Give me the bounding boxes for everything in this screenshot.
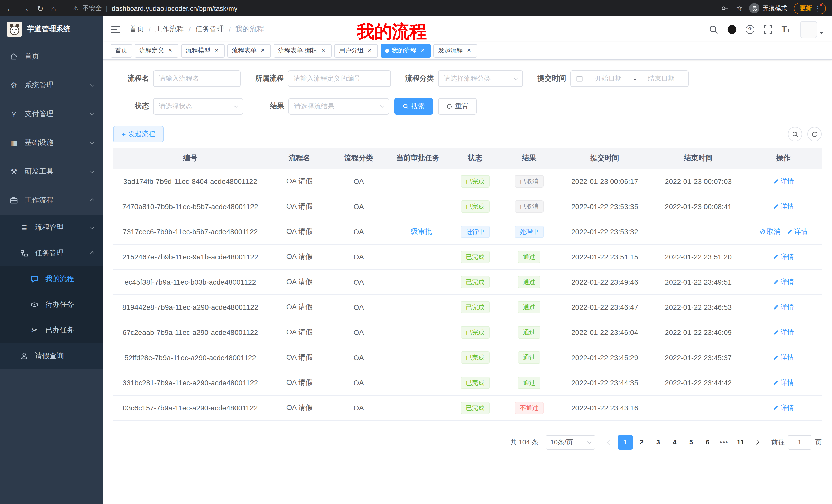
cell-status: 已完成 [450, 345, 500, 370]
browser-forward-icon[interactable]: → [22, 4, 29, 12]
current-task-link[interactable]: 一级审批 [404, 227, 432, 235]
tools-icon: ⚒ [9, 167, 19, 176]
close-icon[interactable]: × [465, 47, 473, 54]
refresh-table-button[interactable] [807, 127, 822, 141]
sidebar-item-infrastructure[interactable]: ▦ 基础设施 [0, 129, 103, 157]
page-number-5[interactable]: 5 [683, 435, 699, 449]
cancel-link[interactable]: 取消 [759, 227, 780, 236]
detail-link[interactable]: 详情 [773, 277, 794, 286]
tab-home[interactable]: 首页 [110, 44, 132, 57]
breadcrumb-task-mgmt[interactable]: 任务管理 [196, 25, 224, 34]
detail-link[interactable]: 详情 [786, 227, 808, 236]
close-icon[interactable]: × [166, 47, 174, 54]
page-number-2[interactable]: 2 [634, 435, 649, 449]
sidebar-item-leave-query[interactable]: 请假查询 [0, 343, 103, 369]
hamburger-icon[interactable] [111, 24, 121, 34]
process-name-input[interactable]: 请输入流程名 [153, 71, 241, 87]
create-process-button[interactable]: + 发起流程 [113, 126, 163, 142]
plus-icon: + [121, 130, 126, 138]
page-number-6[interactable]: 6 [700, 435, 715, 449]
user-menu[interactable] [800, 21, 824, 38]
cell-end-time: 2022-01-23 00:07:03 [651, 169, 745, 194]
sidebar-item-my-process[interactable]: 我的流程 [0, 266, 103, 292]
tab-process-model[interactable]: 流程模型× [181, 44, 225, 57]
status-label: 状态 [113, 102, 153, 111]
sidebar-item-task-mgmt[interactable]: 任务管理 [0, 241, 103, 266]
sidebar-item-home[interactable]: 首页 [0, 42, 103, 71]
security-label[interactable]: 不安全 [82, 4, 102, 12]
page-size-select[interactable]: 10条/页 [546, 435, 595, 449]
next-page-button[interactable] [749, 435, 764, 449]
parent-process-input[interactable]: 请输入流程定义的编号 [288, 71, 391, 87]
result-select[interactable]: 请选择流结果 [288, 98, 389, 115]
github-icon[interactable] [727, 24, 737, 34]
sidebar-item-todo-tasks[interactable]: 待办任务 [0, 292, 103, 317]
password-key-icon[interactable] [721, 4, 729, 12]
tab-user-group[interactable]: 用户分组× [334, 44, 378, 57]
detail-link[interactable]: 详情 [773, 176, 794, 186]
tab-process-form-edit[interactable]: 流程表单-编辑× [274, 44, 332, 57]
pager-more[interactable]: ••• [716, 435, 732, 449]
sidebar-item-done-tasks[interactable]: ✂ 已办任务 [0, 317, 103, 343]
close-icon[interactable]: × [419, 47, 426, 54]
breadcrumb-home[interactable]: 首页 [130, 25, 144, 34]
browser-update-button[interactable]: 更新 ⋮ [794, 2, 826, 14]
close-icon[interactable]: × [213, 47, 220, 54]
sidebar-item-dev-tools[interactable]: ⚒ 研发工具 [0, 157, 103, 186]
tab-start-process[interactable]: 发起流程× [434, 44, 477, 57]
help-icon[interactable]: ? [746, 25, 754, 34]
toggle-search-button[interactable] [788, 127, 802, 141]
sidebar-item-workflow[interactable]: 工作流程 [0, 186, 103, 215]
tab-process-form[interactable]: 流程表单× [227, 44, 271, 57]
reset-button[interactable]: 重置 [438, 98, 477, 115]
sidebar-item-process-mgmt[interactable]: ≣ 流程管理 [0, 215, 103, 241]
page-number-11[interactable]: 11 [733, 435, 748, 449]
close-icon[interactable]: × [320, 47, 327, 54]
tab-process-definition[interactable]: 流程定义× [135, 44, 178, 57]
detail-link[interactable]: 详情 [773, 252, 794, 261]
chevron-right-icon [754, 440, 759, 445]
goto-page-input[interactable]: 1 [788, 435, 811, 449]
detail-link[interactable]: 详情 [773, 302, 794, 312]
app-logo[interactable]: 芋道管理系统 [0, 17, 103, 42]
sidebar-item-system[interactable]: ⚙ 系统管理 [0, 71, 103, 100]
font-size-icon[interactable]: TT [782, 25, 790, 34]
detail-link[interactable]: 详情 [773, 378, 794, 387]
start-date-placeholder: 开始日期 [587, 74, 630, 83]
table-row: 331bc281-7b9a-11ec-a290-acde48001122 OA … [113, 370, 822, 395]
submit-time-range-picker[interactable]: 开始日期 - 结束日期 [570, 71, 688, 87]
browser-reload-icon[interactable]: ↻ [37, 4, 44, 12]
avatar[interactable] [800, 21, 817, 38]
page-number-1[interactable]: 1 [618, 435, 633, 449]
list-icon: ≣ [20, 223, 29, 232]
cell-id: 331bc281-7b9a-11ec-a290-acde48001122 [113, 370, 267, 395]
url-text[interactable]: dashboard.yudao.iocoder.cn/bpm/task/my [112, 4, 238, 12]
incognito-badge[interactable]: 无痕模式 [749, 3, 787, 13]
cell-actions: 详情 [745, 395, 822, 420]
prev-page-button[interactable] [602, 435, 617, 449]
browser-home-icon[interactable]: ⌂ [51, 4, 56, 12]
cell-name: OA 请假 [267, 395, 332, 420]
address-bar[interactable]: ⚠ 不安全 | dashboard.yudao.iocoder.cn/bpm/t… [73, 4, 237, 12]
browser-back-icon[interactable]: ← [6, 4, 14, 12]
page-number-4[interactable]: 4 [667, 435, 682, 449]
close-icon[interactable]: × [259, 47, 266, 54]
close-icon[interactable]: × [366, 47, 373, 54]
sidebar-item-payment[interactable]: ¥ 支付管理 [0, 100, 103, 129]
detail-link[interactable]: 详情 [773, 403, 794, 412]
chevron-down-icon [380, 104, 384, 108]
category-select[interactable]: 请选择流程分类 [438, 71, 523, 87]
chevron-down-icon [90, 140, 94, 144]
detail-link[interactable]: 详情 [773, 328, 794, 337]
fullscreen-icon[interactable] [763, 24, 773, 34]
status-select[interactable]: 请选择状态 [153, 98, 243, 115]
home-icon [9, 52, 19, 61]
breadcrumb-workflow[interactable]: 工作流程 [155, 25, 184, 34]
bookmark-star-icon[interactable]: ☆ [736, 4, 743, 12]
search-icon[interactable] [709, 24, 718, 34]
tab-my-process[interactable]: 我的流程× [381, 44, 431, 57]
page-number-3[interactable]: 3 [650, 435, 666, 449]
detail-link[interactable]: 详情 [773, 202, 794, 211]
search-button[interactable]: 搜索 [394, 98, 433, 115]
detail-link[interactable]: 详情 [773, 353, 794, 362]
